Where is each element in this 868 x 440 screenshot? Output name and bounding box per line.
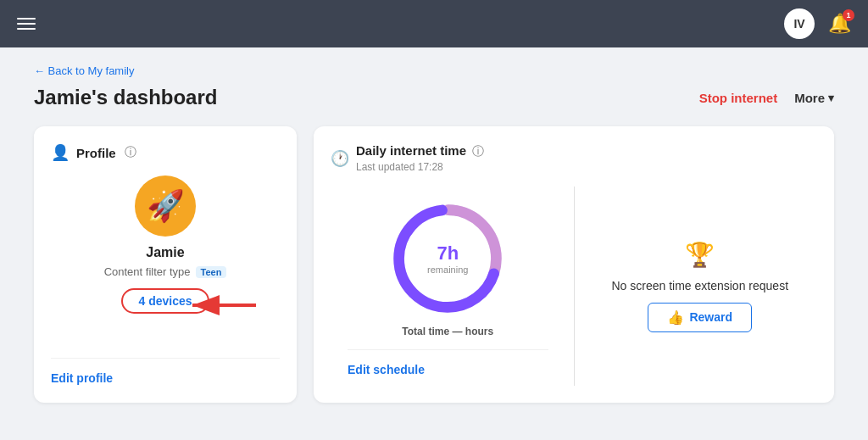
avatar-emoji: 🚀 [147, 188, 185, 224]
time-card: 🕐 Daily internet time ⓘ Last updated 17:… [314, 126, 834, 403]
donut-chart: 7h remaining [392, 203, 503, 314]
user-avatar[interactable]: IV [784, 8, 815, 39]
more-label: More [794, 91, 825, 105]
thumbs-up-icon: 👍 [667, 309, 684, 326]
profile-name: Jamie [146, 245, 184, 260]
more-menu-button[interactable]: More ▾ [794, 91, 834, 105]
time-card-title: Daily internet time [356, 143, 466, 158]
back-link[interactable]: ← Back to My family [34, 64, 134, 77]
notification-badge: 1 [843, 9, 854, 21]
total-time-value: — [452, 326, 465, 337]
app-header: IV 🔔 1 [0, 0, 868, 47]
clock-icon: 🕐 [331, 149, 349, 168]
stop-internet-button[interactable]: Stop internet [699, 91, 778, 105]
reward-button[interactable]: 👍 Reward [648, 303, 752, 332]
time-card-title-group: Daily internet time ⓘ Last updated 17:28 [356, 143, 484, 173]
page-title: Jamie's dashboard [34, 86, 217, 109]
remaining-time: 7h [427, 242, 468, 265]
devices-row-wrap: 4 devices [121, 287, 209, 324]
donut-center: 7h remaining [427, 242, 468, 275]
notification-bell[interactable]: 🔔 1 [828, 13, 851, 35]
time-inner: 7h remaining Total time — hours Edit sch… [331, 187, 817, 386]
header-left [17, 18, 36, 30]
content-filter-row: Content filter type Teen [104, 265, 227, 278]
extension-section: 🏆 No screen time extension request 👍 Rew… [583, 187, 818, 386]
cards-row: 👤 Profile ⓘ 🚀 Jamie Content filter type … [34, 126, 834, 403]
profile-body: 🚀 Jamie Content filter type Teen 4 devic… [51, 175, 280, 358]
time-card-header: 🕐 Daily internet time ⓘ Last updated 17:… [331, 143, 817, 173]
devices-pill[interactable]: 4 devices [121, 288, 209, 314]
profile-card-header: 👤 Profile ⓘ [51, 143, 280, 162]
trophy-icon: 🏆 [685, 241, 715, 269]
profile-avatar: 🚀 [135, 175, 196, 237]
edit-schedule-link[interactable]: Edit schedule [348, 363, 425, 376]
total-time-label: Total time [402, 326, 449, 337]
profile-icon: 👤 [51, 143, 70, 162]
profile-info-icon: ⓘ [125, 145, 136, 160]
time-left: 7h remaining Total time — hours Edit sch… [331, 187, 565, 386]
total-time-hours: hours [465, 326, 493, 337]
profile-card-title: Profile [76, 146, 116, 160]
edit-profile-link[interactable]: Edit profile [51, 371, 113, 385]
time-card-footer: Edit schedule [348, 349, 548, 377]
reward-label: Reward [689, 310, 732, 324]
time-info-icon: ⓘ [472, 144, 484, 158]
profile-card-footer: Edit profile [51, 358, 280, 386]
header-right: IV 🔔 1 [784, 8, 851, 39]
teen-badge: Teen [196, 266, 227, 278]
page-content: ← Back to My family Jamie's dashboard St… [0, 47, 868, 418]
no-extension: 🏆 No screen time extension request 👍 Rew… [611, 241, 788, 332]
page-actions: Stop internet More ▾ [699, 91, 834, 105]
chevron-down-icon: ▾ [828, 92, 834, 104]
no-extension-text: No screen time extension request [611, 279, 788, 292]
hamburger-menu[interactable] [17, 18, 36, 30]
page-title-row: Jamie's dashboard Stop internet More ▾ [34, 86, 834, 109]
total-time-row: Total time — hours [402, 326, 493, 337]
content-filter-label: Content filter type [104, 265, 191, 278]
remaining-label: remaining [427, 265, 468, 275]
last-updated-text: Last updated 17:28 [356, 161, 484, 173]
time-divider [574, 187, 575, 386]
profile-card: 👤 Profile ⓘ 🚀 Jamie Content filter type … [34, 126, 297, 403]
